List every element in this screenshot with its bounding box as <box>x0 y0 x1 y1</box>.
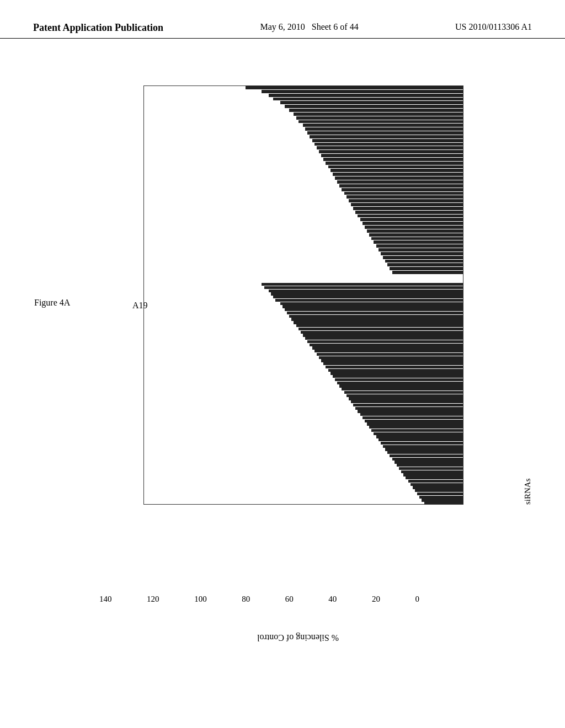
bar-bottom <box>294 321 463 324</box>
bar-top <box>280 101 463 104</box>
bar-bottom <box>289 315 463 318</box>
bar-top <box>273 98 463 101</box>
bar-top <box>289 109 463 112</box>
bar-bottom <box>285 308 463 311</box>
bar-bottom <box>349 397 463 400</box>
bar-bottom <box>347 394 463 397</box>
bar-top <box>371 237 463 240</box>
bar-bottom <box>321 359 463 362</box>
bar-top <box>337 180 463 184</box>
x-tick-100: 100 <box>194 595 207 604</box>
bar-bottom <box>303 334 463 336</box>
bar-top <box>367 229 463 233</box>
bar-top <box>312 139 463 142</box>
y-axis-label: siRNAs <box>523 85 532 505</box>
bar-top <box>387 263 463 266</box>
bar-top <box>299 120 463 124</box>
bar-bottom <box>323 362 463 365</box>
bar-bottom <box>337 382 463 384</box>
bar-bottom <box>328 369 463 372</box>
bar-top <box>344 192 463 195</box>
bar-top <box>376 244 463 248</box>
bar-top <box>360 218 463 221</box>
bar-top <box>303 124 463 127</box>
bar-bottom <box>299 328 463 330</box>
bar-top <box>347 195 463 199</box>
bar-bottom <box>411 483 463 486</box>
bar-top <box>363 222 463 225</box>
x-tick-140: 140 <box>99 595 112 604</box>
bar-bottom <box>271 292 463 295</box>
bar-bottom <box>381 442 463 445</box>
bar-bottom <box>307 340 463 343</box>
bar-bottom <box>331 372 463 374</box>
publication-date: May 6, 2010 <box>260 22 305 31</box>
bar-top <box>246 86 463 89</box>
bar-bottom <box>413 486 463 489</box>
bar-bottom <box>342 388 463 390</box>
bar-bottom <box>358 410 463 413</box>
bar-bottom <box>397 464 463 467</box>
bar-bottom <box>417 493 463 495</box>
bar-top <box>296 116 463 120</box>
bar-bottom <box>363 416 463 419</box>
a19-annotation: A19 <box>132 301 148 311</box>
bar-top <box>355 211 463 214</box>
bar-top <box>385 260 463 263</box>
bar-bottom <box>287 312 463 314</box>
bar-top <box>328 165 463 169</box>
bar-top <box>358 215 463 218</box>
bar-bottom <box>282 305 463 308</box>
bar-bottom <box>403 473 463 476</box>
bar-top <box>369 233 463 237</box>
bar-top <box>262 90 463 93</box>
bar-bottom <box>355 407 463 410</box>
bar-top <box>374 240 463 244</box>
bar-bottom <box>419 496 463 499</box>
bar-bottom <box>387 451 463 454</box>
bar-top <box>269 94 463 97</box>
chart-area <box>143 85 463 505</box>
bar-bottom <box>344 391 463 394</box>
bar-top <box>310 135 463 138</box>
bar-bottom <box>415 489 463 492</box>
bar-bottom <box>401 470 463 473</box>
bar-top <box>339 184 463 188</box>
bar-bottom <box>273 296 463 298</box>
page-header: Patent Application Publication May 6, 20… <box>0 0 565 39</box>
bar-top <box>390 267 463 270</box>
bar-bottom <box>385 448 463 451</box>
sheet-info: Sheet 6 of 44 <box>312 22 359 31</box>
x-tick-80: 80 <box>242 595 250 604</box>
bar-top <box>353 207 463 210</box>
bar-bottom <box>275 299 463 302</box>
bar-bottom <box>262 283 463 286</box>
bar-top <box>342 188 463 191</box>
x-tick-20: 20 <box>372 595 380 604</box>
publication-title: Patent Application Publication <box>33 22 163 34</box>
bar-bottom <box>422 499 463 501</box>
bar-bottom <box>379 438 463 441</box>
bar-top <box>335 176 463 180</box>
x-tick-120: 120 <box>147 595 159 604</box>
bar-top <box>323 158 463 161</box>
bar-bottom <box>406 477 463 479</box>
bar-bottom <box>367 422 463 425</box>
bar-bottom <box>383 445 463 448</box>
bar-bottom <box>280 302 463 305</box>
chart-container: A19 siRNAs 140 120 100 80 60 40 20 0 % S… <box>99 85 497 582</box>
bar-bottom <box>399 467 463 470</box>
bar-bottom <box>365 420 463 422</box>
patent-number: US 2010/0113306 A1 <box>455 22 532 32</box>
bar-bottom <box>390 454 463 457</box>
bar-bottom <box>319 356 463 359</box>
bar-bottom <box>296 324 463 327</box>
bar-top <box>349 199 463 202</box>
bar-bottom <box>369 426 463 429</box>
bar-bottom <box>291 318 463 320</box>
bar-bottom <box>424 502 463 505</box>
x-axis-title: % Silencing of Control <box>257 633 339 643</box>
bar-bottom <box>305 337 463 340</box>
bar-bottom <box>333 375 463 378</box>
bar-bottom <box>408 480 463 483</box>
